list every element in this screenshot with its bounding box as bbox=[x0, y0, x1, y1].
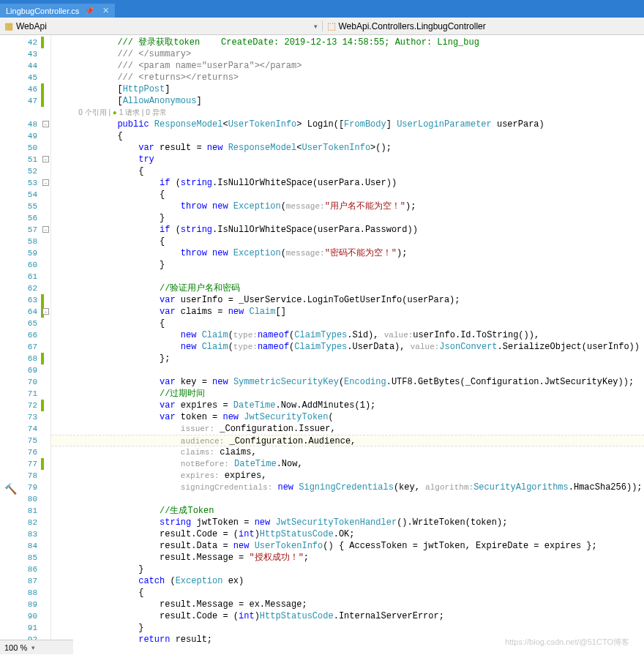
fold-toggle[interactable]: - bbox=[42, 308, 49, 315]
code-line[interactable]: { bbox=[51, 165, 644, 177]
line-number: 85 bbox=[0, 552, 50, 564]
line-number: 63 bbox=[0, 294, 50, 306]
fold-toggle[interactable]: - bbox=[42, 179, 49, 186]
code-line[interactable]: } bbox=[51, 622, 644, 634]
fold-toggle[interactable]: - bbox=[42, 226, 49, 233]
zoom-level[interactable]: 100 % bbox=[4, 643, 27, 652]
code-line[interactable]: { bbox=[51, 318, 644, 329]
code-line[interactable]: signingCredentials: new SigningCredentia… bbox=[51, 482, 644, 493]
code-line[interactable]: result.Code = (int)HttpStatusCode.OK; bbox=[51, 528, 644, 540]
code-line[interactable]: [AllowAnonymous] bbox=[51, 95, 644, 107]
code-line[interactable]: } bbox=[51, 259, 644, 271]
breadcrumb-class[interactable]: ⬚ WebApi.Controllers.LingbugController bbox=[322, 20, 645, 31]
code-line[interactable]: var token = new JwtSecurityToken( bbox=[51, 411, 644, 423]
code-line[interactable]: audience: _Configuration.Audience, bbox=[51, 435, 644, 446]
code-line[interactable]: { bbox=[51, 236, 644, 247]
code-line[interactable]: notBefore: DateTime.Now, bbox=[51, 458, 644, 470]
code-line[interactable]: new Claim(type:nameof(ClaimTypes.UserDat… bbox=[51, 341, 644, 353]
code-line[interactable]: //验证用户名和密码 bbox=[51, 282, 644, 294]
line-number: 64- bbox=[0, 306, 50, 318]
line-number: 74 bbox=[0, 423, 50, 435]
code-line[interactable]: var expires = DateTime.Now.AddMinutes(1)… bbox=[51, 400, 644, 411]
code-line[interactable]: var result = new ResponseModel<UserToken… bbox=[51, 142, 644, 154]
code-line[interactable]: /// 登录获取token CreateDate: 2019-12-13 14:… bbox=[51, 37, 644, 48]
line-number: 82 bbox=[0, 517, 50, 528]
line-number: 77 bbox=[0, 458, 50, 470]
code-line[interactable]: { bbox=[51, 587, 644, 599]
code-line[interactable]: var claims = new Claim[] bbox=[51, 306, 644, 318]
code-line[interactable] bbox=[51, 364, 644, 376]
line-number: 65 bbox=[0, 318, 50, 329]
zoom-dropdown-icon[interactable]: ▾ bbox=[31, 644, 35, 651]
code-line[interactable]: throw new Exception(message:"用户名不能为空！"); bbox=[51, 201, 644, 212]
line-number: 51- bbox=[0, 154, 50, 165]
line-number: 89 bbox=[0, 599, 50, 610]
code-line[interactable]: issuer: _Configuration.Issuer, bbox=[51, 423, 644, 435]
breadcrumb: ▦ WebApi ▾ ⬚ WebApi.Controllers.LingbugC… bbox=[0, 18, 644, 35]
code-line[interactable]: }; bbox=[51, 353, 644, 364]
line-number: 49 bbox=[0, 130, 50, 142]
quick-action-icon[interactable]: 🔨 bbox=[4, 483, 17, 495]
code-line[interactable]: try bbox=[51, 154, 644, 165]
code-line[interactable] bbox=[51, 493, 644, 505]
code-line[interactable]: } bbox=[51, 212, 644, 224]
line-number: 50 bbox=[0, 142, 50, 154]
code-line[interactable]: if (string.IsNullOrWhiteSpace(userPara.P… bbox=[51, 224, 644, 236]
line-number: 81 bbox=[0, 505, 50, 517]
code-line[interactable]: string jwtToken = new JwtSecurityTokenHa… bbox=[51, 517, 644, 528]
code-line[interactable] bbox=[51, 271, 644, 282]
line-number: 90 bbox=[0, 610, 50, 622]
codelens[interactable]: 0 个引用 | ● 1 请求 | 0 异常 bbox=[51, 107, 644, 119]
line-number: 71 bbox=[0, 388, 50, 400]
line-number: 56 bbox=[0, 212, 50, 224]
code-line[interactable]: result.Code = (int)HttpStatusCode.Intern… bbox=[51, 610, 644, 622]
line-number: 88 bbox=[0, 587, 50, 599]
line-number: 69 bbox=[0, 364, 50, 376]
chevron-down-icon[interactable]: ▾ bbox=[314, 23, 318, 30]
code-editor[interactable]: 42434445464748-495051-5253-54555657-5859… bbox=[0, 35, 644, 651]
code-line[interactable]: var userInfo = _UserService.LoginToGetUs… bbox=[51, 294, 644, 306]
line-number: 46 bbox=[0, 83, 50, 95]
code-line[interactable]: public ResponseModel<UserTokenInfo> Logi… bbox=[51, 119, 644, 130]
line-number: 72 bbox=[0, 400, 50, 411]
code-line[interactable]: throw new Exception(message:"密码不能为空！"); bbox=[51, 247, 644, 259]
line-number: 91 bbox=[0, 622, 50, 634]
code-line[interactable]: result.Message = "授权成功！"; bbox=[51, 552, 644, 564]
breadcrumb-project[interactable]: ▦ WebApi ▾ bbox=[0, 20, 322, 31]
line-number: 43 bbox=[0, 48, 50, 60]
line-number: 73 bbox=[0, 411, 50, 423]
code-line[interactable]: { bbox=[51, 189, 644, 201]
line-number: 76 bbox=[0, 446, 50, 458]
code-line[interactable]: { bbox=[51, 130, 644, 142]
code-line[interactable]: result.Data = new UserTokenInfo() { Acce… bbox=[51, 540, 644, 552]
code-line[interactable]: //过期时间 bbox=[51, 388, 644, 400]
code-line[interactable]: /// </summary> bbox=[51, 48, 644, 60]
line-number: 66 bbox=[0, 329, 50, 341]
breadcrumb-project-text: WebApi bbox=[16, 21, 47, 31]
line-number: 58 bbox=[0, 236, 50, 247]
line-number: 84 bbox=[0, 540, 50, 552]
file-tab[interactable]: LingbugController.cs 📌 ✕ bbox=[0, 4, 115, 18]
code-line[interactable]: result.Message = ex.Message; bbox=[51, 599, 644, 610]
line-number: 70 bbox=[0, 376, 50, 388]
code-line[interactable]: /// <param name="userPara"></param> bbox=[51, 60, 644, 72]
code-line[interactable]: var key = new SymmetricSecurityKey(Encod… bbox=[51, 376, 644, 388]
code-line[interactable]: if (string.IsNullOrWhiteSpace(userPara.U… bbox=[51, 177, 644, 189]
code-line[interactable]: /// <returns></returns> bbox=[51, 72, 644, 83]
code-line[interactable]: catch (Exception ex) bbox=[51, 575, 644, 587]
line-number: 59 bbox=[0, 247, 50, 259]
fold-toggle[interactable]: - bbox=[42, 121, 49, 127]
code-line[interactable]: expires: expires, bbox=[51, 470, 644, 482]
code-line[interactable]: } bbox=[51, 564, 644, 575]
pin-icon[interactable]: 📌 bbox=[85, 7, 94, 15]
project-icon: ▦ bbox=[4, 20, 13, 31]
code-line[interactable]: claims: claims, bbox=[51, 446, 644, 458]
fold-toggle[interactable]: - bbox=[42, 156, 49, 162]
code-line[interactable]: [HttpPost] bbox=[51, 83, 644, 95]
code-line[interactable]: //生成Token bbox=[51, 505, 644, 517]
code-area[interactable]: /// 登录获取token CreateDate: 2019-12-13 14:… bbox=[51, 35, 644, 651]
line-number: 62 bbox=[0, 282, 50, 294]
close-icon[interactable]: ✕ bbox=[102, 6, 109, 15]
code-line[interactable]: new Claim(type:nameof(ClaimTypes.Sid), v… bbox=[51, 329, 644, 341]
line-number: 52 bbox=[0, 165, 50, 177]
